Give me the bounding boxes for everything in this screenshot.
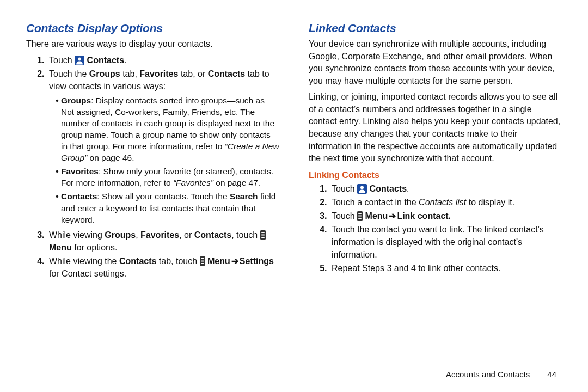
- intro-left: There are various ways to display your c…: [26, 38, 279, 51]
- text: on page 47.: [213, 178, 260, 187]
- step-4-left: While viewing the Contacts tab, touch Me…: [47, 255, 279, 280]
- text: Contacts list: [419, 198, 466, 207]
- svg-rect-14: [358, 216, 362, 217]
- arrow-icon: ➔: [388, 211, 397, 220]
- step-4-right: Touch the contact you want to link. The …: [329, 223, 562, 261]
- page-footer: Accounts and Contacts 44: [26, 364, 562, 379]
- text: for options.: [72, 243, 118, 252]
- subheading-linking-contacts: Linking Contacts: [309, 170, 562, 180]
- text: , touch: [231, 230, 260, 240]
- text: , or: [179, 230, 194, 240]
- text: Contacts: [61, 192, 97, 201]
- step-3-right: Touch Menu➔Link contact.: [329, 210, 562, 222]
- step-2-right: Touch a contact in the Contacts list to …: [329, 196, 562, 209]
- step-2-left: Touch the Groups tab, Favorites tab, or …: [47, 68, 279, 225]
- svg-rect-5: [261, 237, 265, 238]
- svg-rect-3: [261, 232, 265, 233]
- text: Menu: [365, 211, 388, 220]
- step-1-right: Touch Contacts.: [329, 182, 562, 195]
- text: tab,: [120, 69, 140, 78]
- text: for Contact settings.: [49, 269, 126, 278]
- footer-section-name: Accounts and Contacts: [446, 370, 530, 379]
- paragraph-1-right: Your device can synchronize with multipl…: [309, 38, 562, 88]
- text: Search: [230, 192, 258, 201]
- text: tab, or: [178, 69, 207, 78]
- steps-right: Touch Contacts. Touch a contact in the C…: [312, 182, 562, 274]
- paragraph-2-right: Linking, or joining, imported contact re…: [309, 91, 562, 165]
- column-right: Linked Contacts Your device can synchron…: [309, 22, 562, 364]
- text: .: [124, 56, 126, 65]
- text: to display it.: [466, 198, 514, 207]
- text: Contacts: [119, 256, 156, 266]
- svg-rect-7: [201, 258, 204, 259]
- step-5-right: Repeat Steps 3 and 4 to link other conta…: [329, 262, 562, 274]
- svg-point-1: [78, 57, 81, 60]
- text: Favorites: [61, 167, 99, 176]
- step-3-left: While viewing Groups, Favorites, or Cont…: [47, 229, 279, 254]
- text: Settings: [240, 256, 274, 266]
- text: ,: [136, 230, 140, 240]
- text: Groups: [105, 230, 136, 240]
- text: Touch: [49, 56, 75, 65]
- menu-icon: [200, 256, 205, 266]
- bullet-contacts: Contacts: Show all your contacts. Touch …: [61, 191, 279, 225]
- bullets-left: Groups: Display contacts sorted into gro…: [51, 95, 279, 225]
- text: While viewing: [49, 230, 105, 240]
- text: Touch: [332, 211, 357, 220]
- text: Touch: [332, 184, 357, 193]
- text: Groups: [61, 96, 91, 105]
- text: Touch a contact in the: [332, 198, 419, 207]
- menu-icon: [260, 230, 266, 240]
- text: Menu: [207, 256, 230, 266]
- text: on page 46.: [87, 153, 134, 162]
- text: Contacts: [194, 230, 231, 240]
- svg-rect-8: [201, 260, 204, 261]
- text: Touch the: [49, 69, 89, 78]
- svg-rect-15: [358, 218, 362, 219]
- text: While viewing the: [49, 256, 119, 266]
- menu-icon: [357, 211, 363, 220]
- bullet-favorites: Favorites: Show only your favorite (or s…: [61, 166, 279, 188]
- svg-rect-13: [358, 213, 362, 214]
- column-left: Contacts Display Options There are vario…: [26, 22, 279, 364]
- reference-link: “Favorites”: [173, 178, 213, 187]
- bullet-groups: Groups: Display contacts sorted into gro…: [61, 95, 279, 163]
- text: Contacts: [87, 56, 124, 65]
- text: Groups: [89, 69, 120, 78]
- svg-rect-4: [261, 234, 265, 235]
- step-1-left: Touch Contacts.: [47, 54, 279, 66]
- text: : Show all your contacts. Touch the: [97, 192, 230, 201]
- text: Favorites: [140, 230, 179, 240]
- text: .: [407, 184, 409, 193]
- text: Contacts: [208, 69, 245, 78]
- svg-rect-9: [201, 263, 204, 264]
- steps-left: Touch Contacts. Touch the Groups tab, Fa…: [29, 54, 279, 280]
- text: tab, touch: [156, 256, 199, 266]
- text: Link contact.: [397, 211, 451, 220]
- contacts-icon: [75, 56, 84, 65]
- text: Favorites: [139, 69, 178, 78]
- svg-point-11: [360, 186, 364, 189]
- text: Menu: [49, 243, 72, 252]
- heading-contacts-display-options: Contacts Display Options: [26, 22, 279, 35]
- footer-page-number: 44: [547, 370, 556, 379]
- text: Contacts: [370, 184, 407, 193]
- contacts-icon: [357, 184, 367, 194]
- arrow-icon: ➔: [230, 256, 240, 266]
- heading-linked-contacts: Linked Contacts: [309, 22, 562, 35]
